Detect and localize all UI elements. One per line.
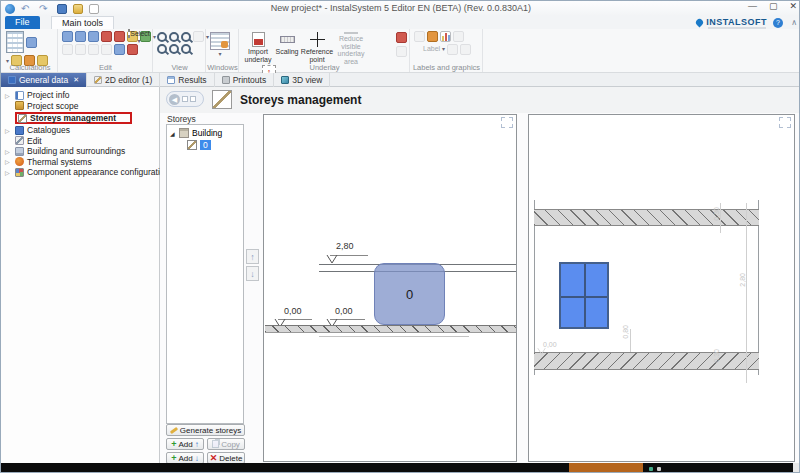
move-storey-up-button[interactable]: ↑	[246, 249, 259, 264]
label-line-icon[interactable]	[414, 31, 425, 42]
taskbar-app-block[interactable]	[569, 463, 643, 473]
ribbon-tab-main-tools[interactable]: Main tools	[51, 16, 114, 29]
minimize-button[interactable]: —	[748, 1, 757, 11]
redo-icon[interactable]: ↷	[39, 4, 51, 14]
expander-icon[interactable]: ▷	[5, 169, 12, 176]
nav-label: Project scope	[27, 101, 79, 111]
underlay-toggle-icon[interactable]	[396, 46, 407, 57]
redo-icon[interactable]	[62, 44, 73, 55]
zoom-out-icon[interactable]	[169, 32, 179, 42]
tab-general-data[interactable]: General data ✕	[1, 73, 87, 87]
label-button[interactable]: Label ▾	[414, 44, 480, 55]
expander-icon[interactable]: ▷	[5, 148, 12, 155]
tab-3d-view[interactable]: 3D view	[274, 73, 330, 87]
level-label-zero: 0,00	[543, 341, 557, 348]
storeys-management-header-icon	[212, 90, 232, 109]
chart-icon[interactable]	[440, 31, 451, 42]
application-window: ↶ ↷ New project* - InstalSystem 5 Editor…	[0, 0, 800, 473]
ribbon-tab-row: File Main tools INSTALSOFT ? ∧	[1, 16, 800, 29]
move-down-icon[interactable]	[101, 44, 112, 55]
storey-block[interactable]: 0	[374, 263, 445, 325]
area-icon[interactable]	[127, 44, 138, 55]
dim-storey-height: 2,80	[739, 273, 746, 287]
storeys-tree: ◢ Building 0	[166, 124, 244, 424]
close-tab-icon[interactable]: ✕	[73, 76, 79, 84]
copy-label: Copy	[221, 440, 240, 449]
nav-item-edit[interactable]: Edit	[1, 136, 159, 147]
graphic-tool-icon[interactable]	[460, 44, 471, 55]
nav-item-storeys-management[interactable]: Storeys management	[1, 111, 159, 125]
reference-point-button[interactable]: Reference point	[301, 31, 333, 64]
zoom-previous-icon[interactable]	[169, 44, 179, 54]
maximize-button[interactable]: ▢	[769, 1, 778, 11]
import-underlay-button[interactable]: Import underlay	[243, 31, 273, 64]
copy-icon[interactable]	[75, 31, 86, 42]
nav-item-project-scope[interactable]: Project scope	[1, 101, 159, 112]
delete-icon[interactable]	[114, 31, 125, 42]
tree-item-building[interactable]: ◢ Building	[167, 127, 243, 139]
rectangle-icon[interactable]	[75, 44, 86, 55]
reduce-underlay-area-button[interactable]: Reduce visible underlay area	[333, 31, 369, 64]
hatch-icon[interactable]	[114, 44, 125, 55]
cut-icon[interactable]	[101, 31, 112, 42]
app-icon[interactable]	[5, 4, 15, 14]
nav-item-building-surroundings[interactable]: ▷ Building and surroundings	[1, 146, 159, 157]
graphic-tool-icon[interactable]	[447, 44, 458, 55]
quick-access-toolbar: ↶ ↷	[5, 2, 99, 15]
expander-icon[interactable]: ▷	[5, 158, 12, 165]
panel-expand-icon[interactable]	[779, 117, 791, 128]
expander-icon[interactable]: ▷	[5, 127, 12, 134]
title-bar: ↶ ↷ New project* - InstalSystem 5 Editor…	[1, 1, 800, 16]
windows-button[interactable]: ▾	[210, 31, 230, 64]
generate-storeys-button[interactable]: Generate storeys	[166, 424, 245, 436]
building-icon	[15, 147, 24, 156]
paste-icon[interactable]	[88, 31, 99, 42]
close-button[interactable]: ✕	[789, 1, 797, 11]
open-folder-icon[interactable]	[73, 4, 83, 14]
select-button[interactable]: Select ▾	[128, 30, 150, 44]
help-icon[interactable]: ?	[773, 18, 783, 28]
nav-item-component-appearance[interactable]: ▷ Component appearance configuration	[1, 167, 159, 178]
tree-item-storey-0[interactable]: 0	[167, 139, 243, 151]
tree-expander-icon[interactable]: ◢	[170, 130, 176, 137]
taskbar-icon[interactable]	[657, 467, 661, 471]
calculations-icon[interactable]	[6, 31, 24, 53]
zoom-in-icon[interactable]	[157, 32, 167, 42]
calc-options-icon[interactable]	[26, 37, 37, 48]
copy-storey-button[interactable]: Copy	[207, 438, 245, 450]
ribbon-tab-file[interactable]: File	[5, 16, 40, 29]
zoom-presets-icon[interactable]	[193, 31, 204, 42]
window-element[interactable]	[559, 262, 609, 329]
history-square-icon	[190, 96, 196, 102]
zoom-selection-icon[interactable]	[181, 44, 191, 54]
list-icon[interactable]	[453, 31, 464, 42]
zoom-extents-icon[interactable]	[157, 44, 167, 54]
undo-icon[interactable]	[62, 31, 73, 42]
taskbar-icon[interactable]	[649, 467, 653, 471]
move-storey-down-button[interactable]: ↓	[246, 266, 259, 281]
add-storey-above-button[interactable]: + Add ↑	[166, 438, 204, 450]
new-document-icon[interactable]	[89, 4, 99, 14]
tab-printouts[interactable]: Printouts	[215, 73, 275, 87]
move-up-icon[interactable]	[88, 44, 99, 55]
nav-item-thermal-systems[interactable]: ▷ Thermal systems	[1, 157, 159, 168]
tab-general-data-label: General data	[19, 75, 68, 85]
scaling-button[interactable]: Scaling	[273, 31, 301, 64]
ribbon-collapse-icon[interactable]: ∧	[791, 18, 797, 27]
tab-3d-view-label: 3D view	[292, 75, 322, 85]
underlay-color-icon[interactable]	[396, 32, 407, 43]
nav-item-catalogues[interactable]: ▷ Catalogues	[1, 125, 159, 136]
tab-2d-editor[interactable]: 2D editor (1)	[87, 73, 160, 87]
back-icon[interactable]: ◀	[169, 94, 180, 105]
save-icon[interactable]	[57, 4, 67, 14]
tab-results[interactable]: Results	[160, 73, 214, 87]
navigation-history-buttons[interactable]: ◀	[166, 91, 204, 107]
label-button-text: Label	[423, 45, 440, 52]
image-icon[interactable]	[427, 31, 438, 42]
reduce-area-icon	[344, 32, 358, 34]
zoom-window-icon[interactable]	[181, 32, 191, 42]
panel-expand-icon[interactable]	[501, 117, 513, 128]
expander-icon[interactable]: ▷	[5, 92, 12, 99]
nav-item-project-info[interactable]: ▷ Project info	[1, 90, 159, 101]
undo-icon[interactable]: ↶	[21, 4, 33, 14]
